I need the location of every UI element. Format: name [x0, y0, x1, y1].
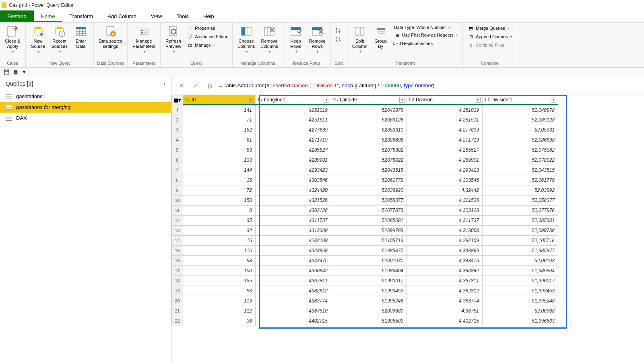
cell-id[interactable]: 155	[183, 276, 256, 286]
cell-division1[interactable]: 52,05331	[483, 125, 558, 135]
cell-id[interactable]: 72	[183, 185, 256, 195]
cell-longitude[interactable]: 4360842	[256, 266, 331, 276]
cell-latitude[interactable]: 51993453	[331, 286, 407, 296]
cell-division1[interactable]: 51,985877	[483, 246, 558, 256]
table-row[interactable]: 2714251511520691284,25151152,069128	[172, 115, 558, 125]
table-row[interactable]: 22364402715519965034,40271551,996503	[172, 316, 558, 326]
close-apply-button[interactable]: Close & Apply	[2, 23, 23, 55]
cell-longitude[interactable]: 4311737	[256, 216, 331, 226]
row-number[interactable]: 1	[172, 105, 183, 115]
tab-file[interactable]: Bestand	[0, 10, 34, 22]
combine-files-button[interactable]: 🗎Combine Files	[466, 41, 514, 49]
cell-longitude[interactable]: 4293423	[256, 165, 331, 175]
table-row[interactable]: 71444293423520435154,29342352,043515	[172, 165, 558, 175]
fx-button[interactable]: fx	[204, 80, 216, 91]
cell-division[interactable]: 4,313008	[407, 226, 483, 236]
cell-division1[interactable]: 51,996503	[483, 316, 558, 326]
cell-latitude[interactable]: 52061779	[331, 175, 407, 185]
table-row[interactable]: 31524277639520533104,27763952,05331	[172, 125, 558, 135]
cell-division1[interactable]: 52,077876	[483, 206, 558, 216]
cell-longitude[interactable]: 4271719	[256, 135, 331, 145]
cell-id[interactable]: 158	[183, 195, 256, 206]
tab-view[interactable]: View	[144, 10, 169, 22]
cell-division[interactable]: 4,343869	[407, 246, 483, 256]
manage-parameters-button[interactable]: Manage Parameters	[130, 23, 158, 55]
cell-longitude[interactable]: 4303546	[256, 175, 331, 185]
cell-division1[interactable]: 52,058377	[483, 195, 558, 206]
collapse-pane-button[interactable]: ‹	[163, 80, 165, 87]
remove-rows-button[interactable]: Remove Rows	[307, 23, 328, 55]
table-row[interactable]: 201134383774519952484,38377451,995248	[172, 296, 558, 306]
cell-id[interactable]: 71	[183, 115, 256, 125]
cell-longitude[interactable]: 4303128	[256, 206, 331, 216]
table-row[interactable]: 19834382812519934534,38281251,993453	[172, 286, 558, 296]
cell-latitude[interactable]: 52085681	[331, 216, 407, 226]
cell-id[interactable]: 152	[183, 125, 256, 135]
filter-icon[interactable]: ▾	[551, 97, 556, 103]
cell-latitude[interactable]: 51985877	[331, 246, 407, 256]
first-row-headers-button[interactable]: ▦Use First Row as Headers	[392, 31, 459, 39]
tab-home[interactable]: Home	[34, 10, 62, 22]
cell-id[interactable]: 115	[183, 246, 256, 256]
cell-id[interactable]: 36	[183, 316, 256, 326]
qat-dropdown[interactable]: ▾	[21, 69, 27, 75]
cell-longitude[interactable]: 4313008	[256, 226, 331, 236]
row-number[interactable]: 9	[172, 185, 183, 195]
cell-latitude[interactable]: 52105716	[331, 236, 407, 246]
cell-latitude[interactable]: 52053310	[331, 125, 407, 135]
data-source-settings-button[interactable]: Data source settings	[96, 23, 125, 51]
cell-longitude[interactable]: 4321526	[256, 195, 331, 206]
row-number[interactable]: 14	[172, 236, 183, 246]
cell-id[interactable]: 16	[183, 175, 256, 185]
cell-division[interactable]: 4,251019	[407, 105, 483, 115]
keep-rows-button[interactable]: Keep Rows	[286, 23, 306, 55]
tab-transform[interactable]: Transform	[62, 10, 100, 22]
row-number[interactable]: 5	[172, 145, 183, 155]
cell-division1[interactable]: 52,105716	[483, 236, 558, 246]
cell-id[interactable]: 113	[183, 296, 256, 306]
cell-latitude[interactable]: 51989804	[331, 266, 407, 276]
cell-division[interactable]: 4,277639	[407, 125, 483, 135]
row-number[interactable]: 4	[172, 135, 183, 145]
view-button[interactable]: ▦	[12, 69, 19, 75]
enter-data-button[interactable]: Enter Data	[71, 23, 91, 51]
cell-longitude[interactable]: 4282109	[256, 236, 331, 246]
table-corner[interactable]: ▦▾	[172, 95, 183, 105]
cell-division1[interactable]: 52,069128	[483, 115, 558, 125]
query-item-gasstations1[interactable]: gasstations1	[0, 91, 171, 102]
cell-division[interactable]: 4,382812	[407, 286, 483, 296]
cell-division[interactable]: 4,36751	[407, 306, 483, 316]
row-number[interactable]: 2	[172, 115, 183, 125]
cell-longitude[interactable]: 4367510	[256, 306, 331, 316]
cell-id[interactable]: 112	[183, 306, 256, 316]
cell-latitude[interactable]: 52040878	[331, 105, 407, 115]
cell-division1[interactable]: 51,990017	[483, 276, 558, 286]
row-number[interactable]: 12	[172, 216, 183, 226]
cell-longitude[interactable]: 4289901	[256, 155, 331, 165]
cell-division[interactable]: 4,383774	[407, 296, 483, 306]
cell-division[interactable]: 4,303128	[407, 206, 483, 216]
table-row[interactable]: 1184303128520778764,30312852,077876	[172, 206, 558, 216]
sort-asc-button[interactable]: AZ	[334, 27, 344, 35]
table-row[interactable]: 101584321526520583774,32152652,058377	[172, 195, 558, 206]
filter-icon[interactable]: ▾	[248, 97, 254, 103]
column-header-longitude[interactable]: 1²₃Longitude▾	[256, 95, 331, 105]
cell-division[interactable]: 4,311737	[407, 216, 483, 226]
row-number[interactable]: 7	[172, 165, 183, 175]
row-number[interactable]: 16	[172, 256, 183, 266]
cell-division1[interactable]: 52,099788	[483, 226, 558, 236]
cell-division[interactable]: 4,251511	[407, 115, 483, 125]
cell-id[interactable]: 35	[183, 216, 256, 226]
cell-division1[interactable]: 52,03892	[483, 185, 558, 195]
group-by-button[interactable]: Group By	[371, 23, 391, 51]
cell-id[interactable]: 15	[183, 236, 256, 246]
row-number[interactable]: 21	[172, 306, 183, 316]
table-row[interactable]: 151154343869519858774,34386951,985877	[172, 246, 558, 256]
cell-longitude[interactable]: 4324420	[256, 185, 331, 195]
tab-tools[interactable]: Tools	[169, 10, 196, 22]
cell-latitude[interactable]: 52077876	[331, 206, 407, 216]
cell-division1[interactable]: 51,989804	[483, 266, 558, 276]
tab-addcolumn[interactable]: Add Column	[100, 10, 144, 22]
properties-button[interactable]: 📄Properties	[185, 24, 229, 32]
cell-division1[interactable]: 52,061779	[483, 175, 558, 185]
